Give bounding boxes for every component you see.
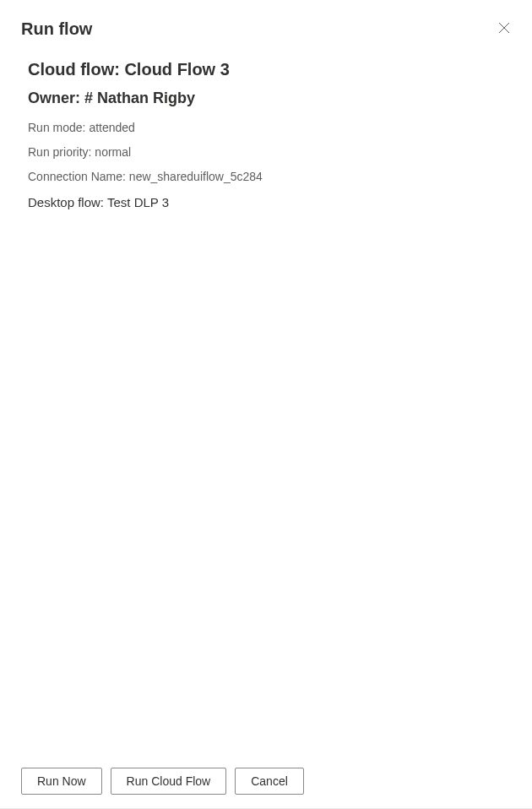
desktop-flow-label: Desktop flow: <box>28 195 104 209</box>
panel-footer: Run Now Run Cloud Flow Cancel <box>0 756 532 809</box>
panel-title: Run flow <box>21 19 92 39</box>
desktop-flow-value: Test DLP 3 <box>107 195 169 209</box>
desktop-flow-row: Desktop flow: Test DLP 3 <box>28 194 504 211</box>
run-priority-value: normal <box>95 145 131 159</box>
run-priority-label: Run priority: <box>28 145 91 159</box>
run-mode-value: attended <box>89 121 135 134</box>
connection-name-label: Connection Name: <box>28 170 126 183</box>
panel-header: Run flow <box>0 0 532 50</box>
cloud-flow-label: Cloud flow: <box>28 60 120 79</box>
run-mode-row: Run mode: attended <box>28 120 504 135</box>
close-icon <box>498 22 510 36</box>
cloud-flow-value: Cloud Flow 3 <box>124 60 229 79</box>
close-button[interactable] <box>493 17 515 41</box>
owner-label: Owner: <box>28 90 80 106</box>
run-now-button[interactable]: Run Now <box>21 768 102 795</box>
connection-name-value: new_shareduiflow_5c284 <box>129 170 263 183</box>
owner-heading: Owner: # Nathan Rigby <box>28 90 504 107</box>
cancel-button[interactable]: Cancel <box>235 768 304 795</box>
run-mode-label: Run mode: <box>28 121 85 134</box>
panel-content: Cloud flow: Cloud Flow 3 Owner: # Nathan… <box>0 50 532 210</box>
cloud-flow-heading: Cloud flow: Cloud Flow 3 <box>28 60 504 79</box>
connection-name-row: Connection Name: new_shareduiflow_5c284 <box>28 169 504 184</box>
run-cloud-flow-button[interactable]: Run Cloud Flow <box>111 768 227 795</box>
run-priority-row: Run priority: normal <box>28 144 504 160</box>
owner-value: # Nathan Rigby <box>84 90 195 106</box>
